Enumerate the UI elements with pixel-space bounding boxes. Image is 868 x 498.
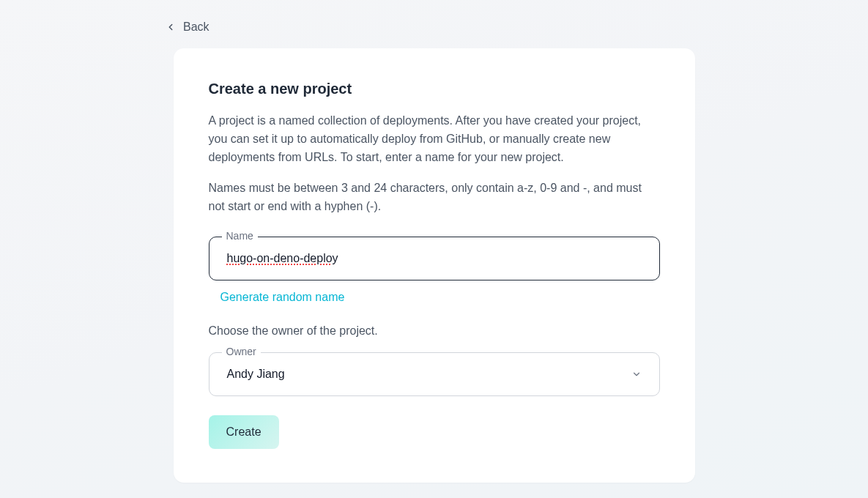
owner-select-value: Andy Jiang: [227, 368, 285, 381]
owner-select[interactable]: Andy Jiang: [209, 352, 660, 396]
name-field-label: Name: [222, 230, 258, 242]
name-input-value: hugo-on-deno-deploy: [227, 252, 338, 265]
name-constraint: Names must be between 3 and 24 character…: [209, 179, 660, 216]
name-input[interactable]: hugo-on-deno-deploy: [209, 237, 660, 280]
back-label: Back: [183, 21, 209, 34]
owner-prompt: Choose the owner of the project.: [209, 324, 660, 338]
project-description: A project is a named collection of deplo…: [209, 112, 660, 166]
back-link[interactable]: Back: [166, 21, 209, 34]
create-project-card: Create a new project A project is a name…: [174, 48, 695, 483]
generate-random-name-link[interactable]: Generate random name: [220, 291, 345, 304]
name-field-wrapper: Name hugo-on-deno-deploy: [209, 237, 660, 280]
owner-field-wrapper: Owner Andy Jiang: [209, 352, 660, 396]
create-button[interactable]: Create: [209, 415, 279, 449]
owner-field-label: Owner: [222, 346, 261, 357]
chevron-down-icon: [631, 369, 642, 379]
chevron-left-icon: [166, 22, 176, 32]
page-title: Create a new project: [209, 81, 660, 97]
